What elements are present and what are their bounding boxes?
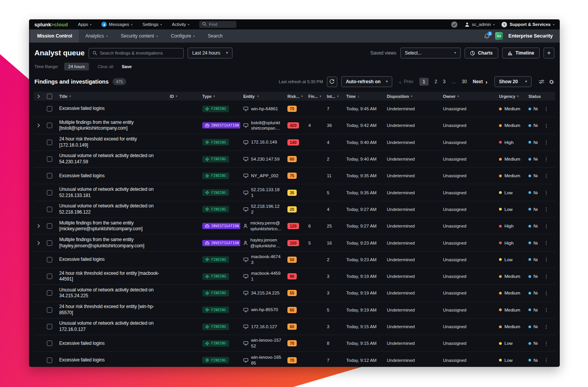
tab-search[interactable]: Search bbox=[201, 29, 229, 43]
entity-cell[interactable]: win-lenovo-15752 bbox=[240, 337, 284, 349]
time-range-chip[interactable]: 24 hours bbox=[64, 63, 89, 70]
finding-title-cell[interactable]: Multiple findings from the same entity [… bbox=[55, 237, 167, 249]
finding-title-cell[interactable]: Excessive failed logins bbox=[55, 106, 167, 112]
next-page-button[interactable]: Next › bbox=[473, 79, 487, 85]
time-range-dropdown[interactable]: Last 24 hours ▾ bbox=[188, 48, 232, 58]
finding-title-cell[interactable]: Unusual volume of network activity detec… bbox=[55, 287, 167, 299]
row-checkbox[interactable] bbox=[47, 156, 52, 162]
global-nav-item-settings[interactable]: Settings▾ bbox=[142, 22, 162, 27]
finding-title-cell[interactable]: Unusual volume of network activity detec… bbox=[55, 320, 167, 332]
row-checkbox[interactable] bbox=[47, 274, 52, 279]
row-checkbox[interactable] bbox=[47, 307, 52, 313]
row-checkbox[interactable] bbox=[47, 140, 52, 145]
row-actions-kebab[interactable]: ⋮ bbox=[541, 290, 552, 296]
row-actions-kebab[interactable]: ⋮ bbox=[541, 341, 552, 346]
column-header-time[interactable]: Time↓ bbox=[343, 94, 384, 99]
entity-cell[interactable]: 34.215.24.225 bbox=[240, 290, 284, 296]
select-all-header[interactable] bbox=[44, 94, 55, 99]
row-actions-kebab[interactable]: ⋮ bbox=[541, 123, 552, 128]
select-all-checkbox[interactable] bbox=[47, 94, 52, 99]
entity-cell[interactable]: 52.218.196.122 bbox=[240, 204, 284, 215]
refresh-button[interactable] bbox=[327, 77, 337, 87]
row-actions-kebab[interactable]: ⋮ bbox=[541, 257, 552, 262]
entity-cell[interactable]: mickey.perre@splunktshirtco... bbox=[240, 220, 284, 232]
finding-title-cell[interactable]: 24 hour risk threshold exceed for entity… bbox=[55, 304, 167, 316]
table-row[interactable]: Multiple findings from the same entity [… bbox=[34, 218, 555, 235]
table-row[interactable]: Excessive failed loginsFINDINGmacbook-46… bbox=[34, 252, 555, 268]
row-actions-kebab[interactable]: ⋮ bbox=[541, 223, 552, 229]
timeline-button[interactable]: Timeline bbox=[502, 48, 540, 58]
table-row[interactable]: 24 hour risk threshold exceed for entity… bbox=[34, 302, 555, 319]
row-actions-kebab[interactable]: ⋮ bbox=[541, 357, 552, 363]
finding-title-cell[interactable]: Unusual volume of network activity detec… bbox=[55, 153, 167, 165]
global-nav-item-messages[interactable]: 4Messages▾ bbox=[101, 22, 132, 27]
row-checkbox[interactable] bbox=[47, 123, 52, 128]
find-input[interactable] bbox=[209, 22, 234, 27]
finding-title-cell[interactable]: Multiple findings from the same entity [… bbox=[55, 120, 167, 132]
finding-title-cell[interactable]: 24 hour risk threshold exceed for entity… bbox=[55, 271, 167, 283]
expand-all-header[interactable] bbox=[34, 94, 44, 99]
finding-title-cell[interactable]: Excessive failed logins bbox=[55, 341, 167, 347]
check-circle-icon[interactable] bbox=[451, 21, 458, 28]
notifications-button[interactable]: 2 bbox=[484, 33, 490, 39]
entity-cell[interactable]: 172.16.0.149 bbox=[240, 139, 284, 145]
entity-cell[interactable]: macbook-44591 bbox=[240, 271, 284, 282]
entity-cell[interactable]: win-lenovo-16585 bbox=[240, 354, 284, 366]
row-actions-kebab[interactable]: ⋮ bbox=[541, 274, 552, 279]
table-row[interactable]: Excessive failed loginsFINDINGwin-lenovo… bbox=[34, 335, 555, 352]
row-actions-kebab[interactable]: ⋮ bbox=[541, 139, 552, 145]
table-row[interactable]: Multiple findings from the same entity [… bbox=[34, 235, 555, 251]
row-checkbox[interactable] bbox=[47, 290, 52, 296]
global-nav-item-activity[interactable]: Activity▾ bbox=[172, 22, 189, 27]
row-actions-kebab[interactable]: ⋮ bbox=[541, 206, 552, 212]
table-row[interactable]: Unusual volume of network activity detec… bbox=[34, 319, 555, 335]
page-size-dropdown[interactable]: Show 20 ▾ bbox=[494, 76, 532, 87]
row-checkbox[interactable] bbox=[47, 173, 52, 178]
charts-button[interactable]: Charts bbox=[465, 48, 498, 58]
entity-cell[interactable]: 54.230.147.59 bbox=[240, 156, 284, 162]
page-button-2[interactable]: 2 bbox=[434, 79, 437, 84]
row-actions-kebab[interactable]: ⋮ bbox=[541, 307, 552, 313]
saved-views-dropdown[interactable]: Select... ▾ bbox=[400, 48, 461, 58]
row-checkbox[interactable] bbox=[47, 240, 52, 246]
row-checkbox[interactable] bbox=[47, 358, 52, 363]
row-checkbox[interactable] bbox=[47, 341, 52, 346]
column-header-entity[interactable]: Entity▾ bbox=[240, 94, 284, 99]
row-expand-button[interactable] bbox=[34, 224, 44, 228]
column-header-int[interactable]: Int...▾ bbox=[324, 94, 343, 99]
entity-cell[interactable]: 52.216.133.181 bbox=[240, 187, 284, 199]
save-button[interactable]: Save bbox=[122, 64, 132, 69]
page-button-3[interactable]: 3 bbox=[443, 79, 446, 84]
row-checkbox[interactable] bbox=[47, 207, 52, 212]
row-checkbox[interactable] bbox=[47, 106, 52, 111]
table-row[interactable]: Unusual volume of network activity detec… bbox=[34, 201, 555, 218]
row-checkbox[interactable] bbox=[47, 190, 52, 195]
column-header-fin[interactable]: Fin...▾ bbox=[305, 94, 324, 99]
table-row[interactable]: 24 hour risk threshold exceed for entity… bbox=[34, 268, 555, 285]
row-expand-button[interactable] bbox=[34, 241, 44, 245]
gear-icon[interactable] bbox=[549, 79, 554, 85]
row-checkbox[interactable] bbox=[47, 324, 52, 329]
finding-title-cell[interactable]: Excessive failed logins bbox=[55, 357, 167, 363]
row-expand-button[interactable] bbox=[34, 123, 44, 128]
row-checkbox[interactable] bbox=[47, 257, 52, 262]
finding-title-cell[interactable]: Unusual volume of network activity detec… bbox=[55, 187, 167, 199]
tab-security-content[interactable]: Security content▾ bbox=[114, 29, 164, 43]
column-header-disposition[interactable]: Disposition▾ bbox=[384, 94, 440, 99]
page-button-30[interactable]: 30 bbox=[462, 79, 467, 84]
finding-title-cell[interactable]: Excessive failed logins bbox=[55, 257, 167, 263]
column-header-risk[interactable]: Risk...▾ bbox=[284, 94, 305, 99]
entity-cell[interactable]: 172.16.0.127 bbox=[240, 324, 284, 330]
entity-cell[interactable]: NY_APP_002 bbox=[240, 173, 284, 179]
tab-analytics[interactable]: Analytics▾ bbox=[79, 29, 115, 43]
table-row[interactable]: Excessive failed loginsFINDINGNY_APP_002… bbox=[34, 168, 555, 184]
entity-cell[interactable]: hayley.jensen@splunktshirtco... bbox=[240, 237, 284, 249]
findings-search-input[interactable] bbox=[100, 51, 180, 55]
find-search-box[interactable] bbox=[199, 21, 236, 28]
entity-cell[interactable]: win-hp-85570 bbox=[240, 307, 284, 313]
table-row[interactable]: Excessive failed loginsFINDINGwin-hp-648… bbox=[34, 101, 555, 117]
row-actions-kebab[interactable]: ⋮ bbox=[541, 106, 552, 112]
entity-cell[interactable]: macbook-46743 bbox=[240, 254, 284, 265]
global-nav-item-apps[interactable]: Apps▾ bbox=[78, 22, 92, 27]
row-actions-kebab[interactable]: ⋮ bbox=[541, 324, 552, 330]
